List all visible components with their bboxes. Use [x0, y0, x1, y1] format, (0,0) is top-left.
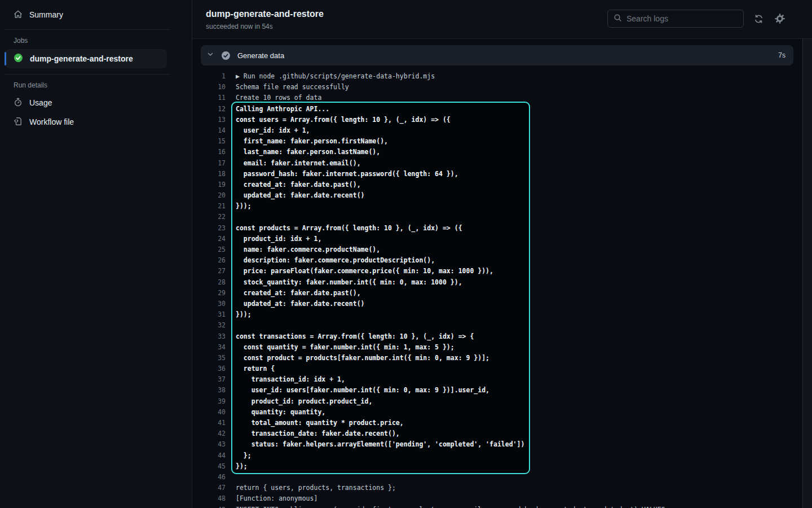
- log-line-text: const users = Array.from({ length: 10 },…: [236, 115, 451, 125]
- log-line-31: 31}));: [201, 309, 802, 320]
- log-line-33: 33const transactions = Array.from({ leng…: [201, 331, 802, 342]
- stopwatch-icon: [14, 98, 23, 108]
- log-line-number[interactable]: 20: [201, 190, 226, 201]
- sidebar-item-summary[interactable]: Summary: [5, 6, 187, 24]
- log-line-number[interactable]: 44: [201, 450, 226, 461]
- log-line-number[interactable]: 37: [201, 374, 226, 385]
- step-header-generate-data[interactable]: Generate data 7s: [201, 45, 793, 65]
- search-logs-box[interactable]: [607, 10, 744, 28]
- log-line-32: 32: [201, 320, 802, 331]
- log-line-text: Create 10 rows of data: [236, 93, 321, 103]
- log-line-number[interactable]: 15: [201, 136, 226, 147]
- log-line-27: 27 price: parseFloat(faker.commerce.pric…: [201, 266, 802, 277]
- log-line-number[interactable]: 26: [201, 255, 226, 266]
- log-line-10: 10Schema file read successfully: [201, 82, 802, 93]
- log-line-12: 12Calling Anthropic API...: [201, 104, 802, 115]
- log-line-46: 46: [201, 472, 802, 483]
- log-line-number[interactable]: 10: [201, 82, 226, 93]
- log-line-number[interactable]: 34: [201, 342, 226, 353]
- log-line-number[interactable]: 22: [201, 212, 226, 222]
- log-line-number[interactable]: 45: [201, 461, 226, 472]
- log-line-26: 26 description: faker.commerce.productDe…: [201, 255, 802, 266]
- log-line-number[interactable]: 25: [201, 244, 226, 255]
- selected-job-accent-bar: [5, 52, 6, 65]
- refresh-logs-button[interactable]: [753, 13, 765, 25]
- log-line-number[interactable]: 28: [201, 277, 226, 288]
- search-icon: [614, 14, 622, 24]
- log-line-text: Calling Anthropic API...: [236, 104, 329, 115]
- log-line-number[interactable]: 14: [201, 125, 226, 136]
- sidebar-item-workflow-file[interactable]: Workflow file: [5, 113, 187, 131]
- log-line-number[interactable]: 19: [201, 179, 226, 190]
- run-header: dump-generate-and-restore succeeded now …: [192, 0, 812, 39]
- search-logs-input[interactable]: [626, 14, 738, 23]
- log-line-number[interactable]: 18: [201, 169, 226, 179]
- log-line-number[interactable]: 12: [201, 104, 226, 115]
- log-line-41: 41 total_amount: quantity * product.pric…: [201, 418, 802, 428]
- log-settings-button[interactable]: [774, 12, 786, 25]
- log-line-30: 30 updated_at: faker.date.recent(): [201, 299, 802, 309]
- sidebar-item-label: Summary: [29, 10, 63, 19]
- log-line-number[interactable]: 33: [201, 331, 226, 342]
- log-viewport: Generate data 7s 1▶ Run node .github/scr…: [192, 39, 802, 508]
- log-line-text: ▶ Run node .github/scripts/generate-data…: [236, 71, 435, 82]
- log-line-number[interactable]: 47: [201, 483, 226, 493]
- log-line-14: 14 user_id: idx + 1,: [201, 125, 802, 136]
- log-line-number[interactable]: 42: [201, 428, 226, 439]
- sidebar-item-job[interactable]: dump-generate-and-restore: [6, 49, 167, 68]
- log-line-number[interactable]: 38: [201, 385, 226, 396]
- log-line-34: 34 const quantity = faker.number.int({ m…: [201, 342, 802, 353]
- log-line-text: INSERT INTO public.users (user_id, first…: [236, 505, 665, 508]
- log-line-28: 28 stock_quantity: faker.number.int({ mi…: [201, 277, 802, 288]
- log-line-number[interactable]: 29: [201, 288, 226, 299]
- log-line-number[interactable]: 23: [201, 223, 226, 234]
- log-line-text: });: [236, 461, 248, 472]
- log-line-number[interactable]: 36: [201, 364, 226, 374]
- log-line-40: 40 quantity: quantity,: [201, 407, 802, 418]
- log-line-number[interactable]: 13: [201, 115, 226, 125]
- log-line-text: total_amount: quantity * product.price,: [236, 418, 404, 428]
- log-line-number[interactable]: 43: [201, 439, 226, 450]
- sidebar-item-usage[interactable]: Usage: [5, 94, 187, 112]
- log-line-text: description: faker.commerce.productDescr…: [236, 255, 435, 266]
- log-line-number[interactable]: 31: [201, 309, 226, 320]
- log-line-18: 18 password_hash: faker.internet.passwor…: [201, 169, 802, 179]
- log-line-number[interactable]: 49: [201, 505, 226, 508]
- gear-icon: [775, 14, 785, 24]
- log-line-text: return { users, products, transactions }…: [236, 483, 396, 493]
- jobs-section-label: Jobs: [0, 36, 192, 48]
- log-line-number[interactable]: 17: [201, 158, 226, 169]
- home-icon: [14, 10, 23, 20]
- log-line-15: 15 first_name: faker.person.firstName(),: [201, 136, 802, 147]
- log-line-47: 47return { users, products, transactions…: [201, 483, 802, 493]
- log-line-number[interactable]: 35: [201, 353, 226, 364]
- log-line-number[interactable]: 39: [201, 396, 226, 407]
- log-line-number[interactable]: 40: [201, 407, 226, 418]
- log-line-number[interactable]: 46: [201, 472, 226, 483]
- log-line-text: Schema file read successfully: [236, 82, 349, 93]
- log-line-number[interactable]: 30: [201, 299, 226, 309]
- log-line-45: 45});: [201, 461, 802, 472]
- log-line-text: }));: [236, 309, 251, 320]
- main-panel: dump-generate-and-restore succeeded now …: [192, 0, 812, 508]
- log-line-number[interactable]: 41: [201, 418, 226, 428]
- log-line-number[interactable]: 48: [201, 493, 226, 504]
- log-line-text: stock_quantity: faker.number.int({ min: …: [236, 277, 462, 288]
- log-line-number[interactable]: 1: [201, 71, 226, 82]
- log-line-48: 48[Function: anonymous]: [201, 493, 802, 504]
- log-line-text: [Function: anonymous]: [236, 493, 317, 504]
- log-line-text: quantity: quantity,: [236, 407, 325, 418]
- log-line-19: 19 created_at: faker.date.past(),: [201, 179, 802, 190]
- log-line-number[interactable]: 21: [201, 201, 226, 212]
- log-line-36: 36 return {: [201, 364, 802, 374]
- log-line-text: return {: [236, 364, 275, 374]
- log-line-number[interactable]: 24: [201, 234, 226, 244]
- log-line-number[interactable]: 11: [201, 93, 226, 103]
- log-line-37: 37 transaction_id: idx + 1,: [201, 374, 802, 385]
- log-line-number[interactable]: 27: [201, 266, 226, 277]
- step-name-label: Generate data: [237, 51, 284, 60]
- step-success-check-icon: [221, 51, 231, 60]
- log-line-number[interactable]: 32: [201, 320, 226, 331]
- log-line-number[interactable]: 16: [201, 147, 226, 157]
- log-line-text: const products = Array.from({ length: 10…: [236, 223, 462, 234]
